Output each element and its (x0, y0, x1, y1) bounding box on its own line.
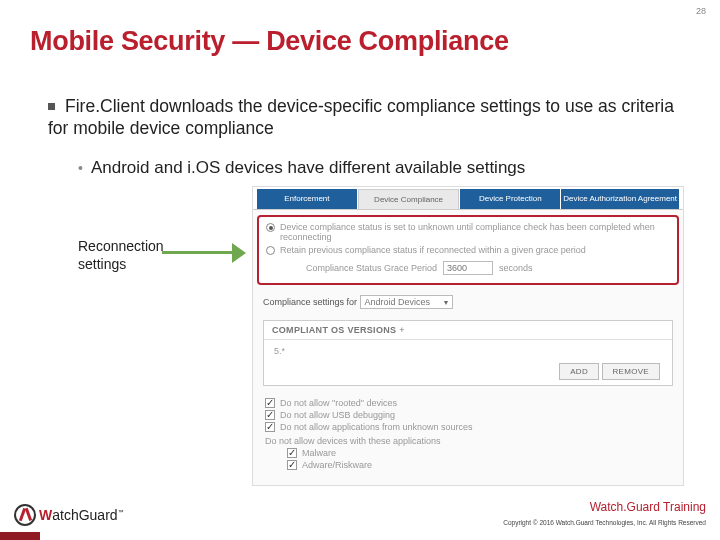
page-number: 28 (696, 6, 706, 16)
check-2-label: Do not allow USB debugging (280, 410, 395, 420)
tab-device-compliance[interactable]: Device Compliance (358, 189, 460, 209)
callout-label: Reconnection settings (78, 238, 164, 273)
compliant-os-versions-box: COMPLIANT OS VERSIONS + 5.* ADD REMOVE (263, 320, 673, 386)
slide-title: Mobile Security — Device Compliance (30, 26, 509, 57)
checkbox-icon (287, 448, 297, 458)
grace-period-input[interactable] (443, 261, 493, 275)
check-usb-debugging[interactable]: Do not allow USB debugging (265, 410, 671, 420)
settings-for-label: Compliance settings for (263, 297, 357, 307)
reconnect-option-unknown[interactable]: Device compliance status is set to unkno… (266, 222, 670, 242)
checkbox-icon (287, 460, 297, 470)
check-adware-label: Adware/Riskware (302, 460, 372, 470)
tab-enforcement[interactable]: Enforcement (257, 189, 357, 209)
tab-bar: Enforcement Device Compliance Device Pro… (253, 187, 683, 210)
callout-arrow (162, 243, 247, 263)
trademark-icon: ™ (118, 509, 124, 515)
logo-w: W (39, 507, 52, 523)
checkbox-icon (265, 410, 275, 420)
os-button-row: ADD REMOVE (264, 360, 672, 385)
bullet-level-1: Fire.Client downloads the device-specifi… (48, 96, 680, 140)
check-unknown-sources[interactable]: Do not allow applications from unknown s… (265, 422, 671, 432)
add-button[interactable]: ADD (559, 363, 599, 380)
grace-period-row: Compliance Status Grace Period seconds (306, 261, 670, 275)
bullet-2-text: Android and i.OS devices have different … (91, 158, 525, 177)
bullet-level-2: •Android and i.OS devices have different… (78, 158, 680, 178)
tab-device-protection[interactable]: Device Protection (460, 189, 560, 209)
arrow-line (162, 251, 234, 254)
check-malware[interactable]: Malware (287, 448, 671, 458)
checkbox-icon (265, 398, 275, 408)
arrow-head-icon (232, 243, 246, 263)
radio-icon (266, 246, 275, 255)
reconnect-option-retain[interactable]: Retain previous compliance status if rec… (266, 245, 670, 255)
device-type-select[interactable]: Android Devices (360, 295, 454, 309)
check-rooted-devices[interactable]: Do not allow "rooted" devices (265, 398, 671, 408)
check-1-label: Do not allow "rooted" devices (280, 398, 397, 408)
tab-device-auth-agreement[interactable]: Device Authorization Agreement (561, 189, 679, 209)
compliance-checkbox-list: Do not allow "rooted" devices Do not all… (253, 392, 683, 476)
settings-for-row: Compliance settings for Android Devices (253, 290, 683, 314)
remove-button[interactable]: REMOVE (602, 363, 660, 380)
dot-bullet-icon: • (78, 160, 83, 176)
radio-icon (266, 223, 275, 232)
check-3-label: Do not allow applications from unknown s… (280, 422, 473, 432)
bullet-1-text: Fire.Client downloads the device-specifi… (48, 96, 674, 138)
logo-icon (14, 504, 36, 526)
grace-period-label: Compliance Status Grace Period (306, 263, 437, 273)
footer-training: Watch.Guard Training (590, 500, 706, 514)
reconnect-option-2-label: Retain previous compliance status if rec… (280, 245, 586, 255)
check-disallow-apps-group: Do not allow devices with these applicat… (265, 436, 671, 446)
os-version-row[interactable]: 5.* (264, 340, 672, 360)
check-malware-label: Malware (302, 448, 336, 458)
grace-period-unit: seconds (499, 263, 533, 273)
os-versions-header: COMPLIANT OS VERSIONS + (264, 321, 672, 340)
callout-line-2: settings (78, 256, 126, 272)
plus-icon: + (399, 325, 405, 335)
check-adware-riskware[interactable]: Adware/Riskware (287, 460, 671, 470)
os-versions-header-text: COMPLIANT OS VERSIONS (272, 325, 396, 335)
reconnection-settings-highlight: Device compliance status is set to unkno… (257, 215, 679, 285)
footer-copyright: Copyright © 2016 Watch.Guard Technologie… (503, 519, 706, 526)
checkbox-icon (265, 422, 275, 432)
footer-accent-bar (0, 532, 40, 540)
logo-rest: atchGuard (52, 507, 117, 523)
callout-line-1: Reconnection (78, 238, 164, 254)
watchguard-logo: WatchGuard™ (14, 504, 124, 526)
group-label: Do not allow devices with these applicat… (265, 436, 441, 446)
reconnect-option-1-label: Device compliance status is set to unkno… (280, 222, 670, 242)
square-bullet-icon (48, 103, 55, 110)
compliance-panel-screenshot: Enforcement Device Compliance Device Pro… (252, 186, 684, 486)
